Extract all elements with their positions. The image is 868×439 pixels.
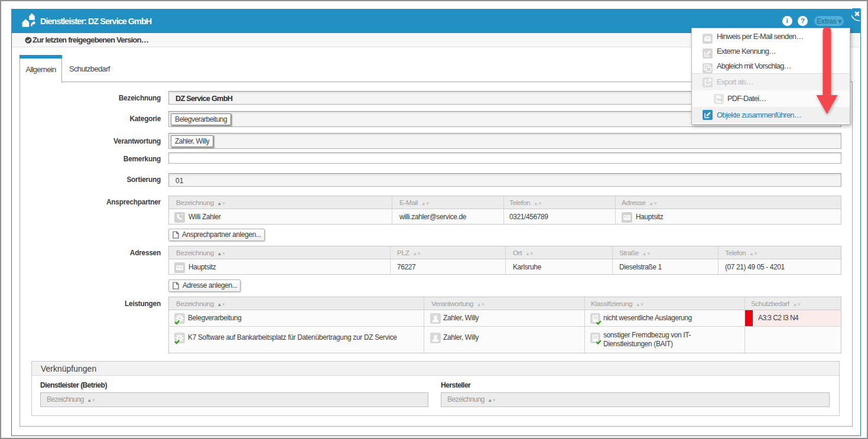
svg-text:PDF: PDF [717, 97, 723, 101]
